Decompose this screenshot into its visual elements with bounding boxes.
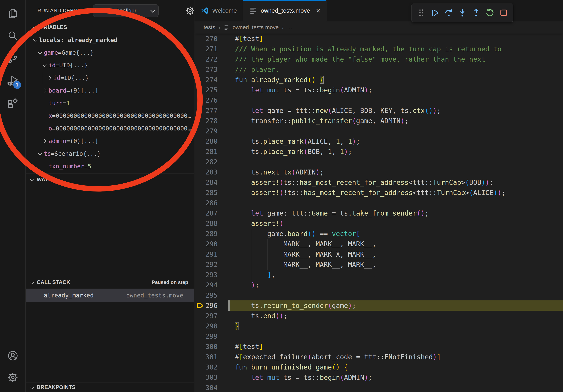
line-number[interactable]: 286 [205,198,218,208]
code-line-content[interactable]: #[test] [228,34,563,44]
code-line-290[interactable]: 290 MARK__, MARK__, MARK__, [194,239,563,249]
gutter[interactable]: 274 [194,75,228,85]
line-number[interactable]: 303 [205,372,218,382]
variable-row[interactable]: locals: already_marked [26,34,194,46]
breadcrumb-item[interactable]: owned_tests.move [232,24,279,31]
line-number[interactable]: 296 [205,301,218,311]
code-line-content[interactable]: ); [228,280,563,290]
code-line-296[interactable]: 296 ts.return_to_sender(game); [194,301,563,311]
variable-row[interactable]: board = (9)[...] [26,84,194,97]
code-line-content[interactable]: fun burn_unfinished_game() { [228,362,563,372]
variable-row[interactable]: x = 000000000000000000000000000000000000… [26,109,194,122]
watch-section-header[interactable]: WATCH [26,173,194,186]
gutter[interactable]: 270 [194,34,228,44]
code-line-302[interactable]: 302fun burn_unfinished_game() { [194,362,563,372]
code-line-content[interactable] [228,126,563,136]
line-number[interactable]: 302 [205,362,218,372]
code-line-295[interactable]: 295 [194,290,563,301]
activity-item-source-control-icon[interactable] [7,52,19,65]
line-number[interactable]: 285 [205,187,218,198]
call-stack-frame[interactable]: already_markedowned_tests.move [26,288,194,302]
code-line-content[interactable]: /// player. [228,64,563,75]
line-number[interactable]: 290 [205,239,218,249]
code-line-content[interactable]: transfer::public_transfer(game, ADMIN); [228,116,563,126]
code-line-content[interactable]: /// When a position is already marked, t… [228,44,563,54]
toolbar-restart-icon[interactable] [485,7,495,19]
code-line-297[interactable]: 297 ts.end(); [194,311,563,321]
code-line-content[interactable]: ts.end(); [228,311,563,321]
code-line-content[interactable] [228,290,563,301]
line-number[interactable]: 304 [205,382,218,392]
code-line-285[interactable]: 285 assert!(!ts::has_most_recent_for_add… [194,187,563,198]
code-line-content[interactable]: let mut ts = ts::begin(ADMIN); [228,372,563,382]
gutter[interactable]: 290 [194,239,228,249]
gear-icon[interactable] [185,6,195,16]
gutter[interactable]: 282 [194,157,228,167]
line-number[interactable]: 277 [205,105,218,116]
code-line-274[interactable]: 274fun already_marked() { [194,75,563,85]
variable-row[interactable]: id = UID{...} [26,59,194,71]
variable-row[interactable]: game = Game{...} [26,46,194,59]
code-line-content[interactable]: #[test] [228,341,563,352]
tab-owned_tests-move[interactable]: owned_tests.move× [243,0,326,21]
code-line-284[interactable]: 284 assert!(ts::has_most_recent_for_addr… [194,177,563,187]
gutter[interactable]: 283 [194,167,228,177]
call-stack-section-header[interactable]: CALL STACK Paused on step [26,276,194,288]
code-line-content[interactable] [228,157,563,167]
line-number[interactable]: 300 [205,341,218,352]
variable-row[interactable]: txn_number = 5 [26,160,194,172]
code-line-content[interactable]: ts.place_mark(ALICE, 1, 1); [228,136,563,146]
code-line-content[interactable]: assert!(ts::has_most_recent_for_address<… [228,177,563,187]
code-line-content[interactable]: /// the player who made the "false" move… [228,54,563,64]
code-line-275[interactable]: 275 let mut ts = ts::begin(ADMIN); [194,85,563,95]
code-line-content[interactable] [228,198,563,208]
code-line-278[interactable]: 278 transfer::public_transfer(game, ADMI… [194,116,563,126]
code-line-300[interactable]: 300#[test] [194,341,563,352]
code-line-294[interactable]: 294 ); [194,280,563,290]
gutter[interactable]: 279 [194,126,228,136]
code-line-content[interactable]: fun already_marked() { [228,75,563,85]
code-line-content[interactable]: MARK__, MARK_X, MARK__, [228,249,563,259]
toolbar-continue-icon[interactable] [430,7,440,19]
line-number[interactable]: 275 [205,85,218,95]
twistie-collapsed-icon[interactable] [45,76,53,79]
code-line-291[interactable]: 291 MARK__, MARK_X, MARK__, [194,249,563,259]
code-line-content[interactable]: assert!( [228,218,563,229]
line-number[interactable]: 272 [205,54,218,64]
gutter[interactable]: 278 [194,116,228,126]
line-number[interactable]: 271 [205,44,218,54]
gutter[interactable]: 292 [194,259,228,270]
gutter[interactable]: 277 [194,105,228,116]
variable-row[interactable]: ts = Scenario{...} [26,147,194,160]
gutter[interactable]: 275 [194,85,228,95]
twistie-expanded-icon[interactable] [40,64,49,67]
code-line-content[interactable]: let mut ts = ts::begin(ADMIN); [228,85,563,95]
line-number[interactable]: 295 [205,290,218,301]
variable-row[interactable]: turn = 1 [26,97,194,109]
gutter[interactable]: 297 [194,311,228,321]
line-number[interactable]: 283 [205,167,218,177]
gutter[interactable]: 271 [194,44,228,54]
variable-row[interactable]: admin = (0)[...] [26,135,194,147]
code-line-288[interactable]: 288 assert!( [194,218,563,229]
code-line-303[interactable]: 303 let mut ts = ts::begin(ADMIN); [194,372,563,382]
variable-row[interactable]: o = 000000000000000000000000000000000000… [26,122,194,135]
line-number[interactable]: 284 [205,177,218,187]
line-number[interactable]: 292 [205,259,218,270]
code-line-289[interactable]: 289 game.board() == vector[ [194,229,563,239]
line-number[interactable]: 298 [205,321,218,331]
gutter[interactable]: 294 [194,280,228,290]
gutter[interactable]: 298 [194,321,228,331]
activity-item-extensions-icon[interactable] [7,97,19,110]
twistie-expanded-icon[interactable] [30,39,39,41]
gutter[interactable]: 301 [194,352,228,362]
code-line-277[interactable]: 277 let game = ttt::new(ALICE, BOB, KEY,… [194,105,563,116]
code-line-271[interactable]: 271/// When a position is already marked… [194,44,563,54]
variables-section-header[interactable]: VARIABLES [26,21,194,34]
gutter[interactable]: 276 [194,95,228,105]
line-number[interactable]: 279 [205,126,218,136]
code-line-298[interactable]: 298} [194,321,563,331]
gutter[interactable]: 291 [194,249,228,259]
line-number[interactable]: 299 [205,331,218,341]
code-line-content[interactable]: game.board() == vector[ [228,229,563,239]
